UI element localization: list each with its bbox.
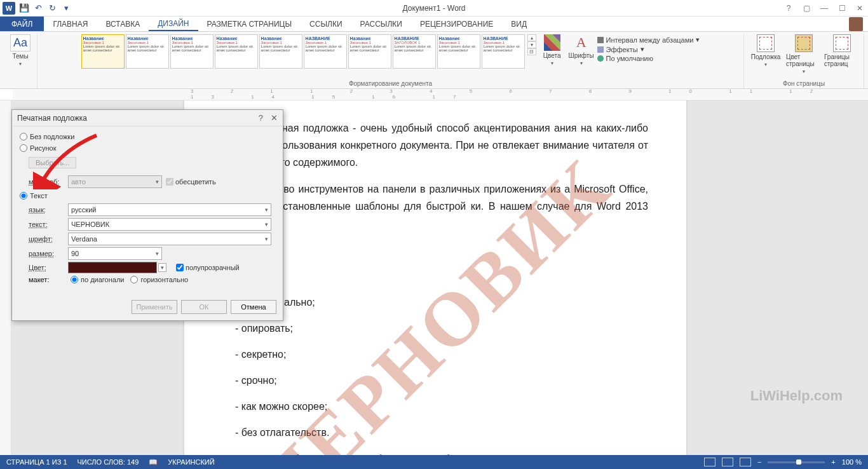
style-thumb[interactable]: НАЗВАНИЕЗаголовок 1Lorem ipsum dolor sit… (482, 34, 525, 69)
view-read-icon[interactable] (704, 458, 715, 466)
dialog-titlebar[interactable]: Печатная подложка ? ✕ (12, 110, 283, 126)
radio-no-watermark[interactable]: Без подложки (20, 133, 275, 140)
effects-button[interactable]: Эффекты ▾ (597, 45, 700, 53)
zoom-level[interactable]: 100 % (842, 458, 862, 466)
select-picture-button: Выбрать... (29, 157, 76, 168)
tab-review[interactable]: РЕЦЕНЗИРОВАНИЕ (411, 17, 502, 31)
minimize-icon[interactable]: — (818, 3, 830, 14)
radio-input[interactable] (20, 144, 27, 152)
close-icon[interactable]: ✕ (854, 3, 865, 14)
user-avatar[interactable] (849, 17, 863, 31)
colors-icon (544, 34, 560, 51)
style-thumb[interactable]: НазваниеЗаголовок 1Lorem ipsum dolor sit… (259, 34, 302, 69)
style-thumb[interactable]: НАЗВАНИЕЗаголовок 1Lorem ipsum dolor sit… (304, 34, 347, 69)
checkbox-input[interactable] (176, 264, 184, 271)
font-combo[interactable]: Verdana (68, 233, 271, 245)
redo-icon[interactable]: ↻ (47, 3, 57, 13)
dialog-help-icon[interactable]: ? (259, 113, 263, 123)
status-page[interactable]: СТРАНИЦА 1 ИЗ 1 (6, 458, 67, 466)
list-item[interactable]: - срочно; (235, 372, 648, 389)
zoom-in-icon[interactable]: + (831, 458, 835, 466)
font-label: шрифт: (29, 235, 64, 243)
list-item[interactable]: - азец; (235, 241, 648, 258)
themes-label: Темы (12, 53, 28, 60)
paragraph[interactable]: полупрозрачная подложка - очень удобный … (222, 119, 648, 172)
document-body[interactable]: полупрозрачная подложка - очень удобный … (222, 119, 648, 455)
style-thumb[interactable]: НазваниеЗаголовок 1Lorem ipsum dolor sit… (170, 34, 214, 69)
save-icon[interactable]: 💾 (19, 3, 29, 13)
style-thumb[interactable]: НАЗВАНИЕЗАГОЛОВОК 1Lorem ipsum dolor sit… (393, 34, 436, 69)
chevron-down-icon: ▾ (19, 61, 22, 67)
help-icon[interactable]: ? (783, 3, 794, 14)
style-thumb[interactable]: НазваниеЗаголовок 1Lorem ipsum dolor sit… (215, 34, 258, 69)
radio-picture[interactable]: Рисунок (20, 144, 275, 152)
style-thumb[interactable]: НазваниеЗаголовок 1Lorem ipsum dolor sit… (437, 34, 480, 69)
cancel-button[interactable]: Отмена (231, 300, 276, 314)
maximize-icon[interactable]: ☐ (836, 3, 848, 14)
list-item[interactable]: - фиденциально; (235, 294, 648, 311)
tab-page-layout[interactable]: РАЗМЕТКА СТРАНИЦЫ (198, 17, 301, 31)
view-print-icon[interactable] (722, 458, 733, 466)
ruler-horizontal[interactable]: 3 2 1 1 2 3 4 5 6 7 8 9 10 11 12 13 14 1… (0, 89, 868, 100)
scroll-down-icon[interactable]: ▾ (527, 41, 536, 48)
fonts-icon: A (576, 34, 587, 51)
view-web-icon[interactable] (740, 458, 751, 466)
page-borders-button[interactable]: Границы страниц (824, 34, 860, 67)
spellcheck-icon[interactable]: 📖 (149, 458, 158, 466)
zoom-out-icon[interactable]: − (757, 458, 761, 466)
tab-view[interactable]: ВИД (502, 17, 536, 31)
status-words[interactable]: ЧИСЛО СЛОВ: 149 (78, 458, 139, 466)
radio-text[interactable]: Текст (20, 192, 275, 200)
set-default-button[interactable]: По умолчанию (597, 55, 700, 62)
status-language[interactable]: УКРАИНСКИЙ (168, 458, 214, 466)
colors-button[interactable]: Цвета ▾ (539, 34, 566, 66)
dialog-body: Без подложки Рисунок Выбрать... масштаб:… (12, 126, 283, 296)
tab-insert[interactable]: ВСТАВКА (97, 17, 149, 31)
style-gallery[interactable]: НазваниеЗаголовок 1Lorem ipsum dolor sit… (81, 34, 525, 69)
ribbon-options-icon[interactable]: ▢ (801, 3, 812, 14)
watermark-button[interactable]: Подложка ▾ (748, 34, 783, 67)
list-item[interactable]: - как можно скорее; (235, 398, 648, 415)
style-thumb[interactable]: НазваниеЗаголовок 1Lorem ipsum dolor sit… (126, 34, 169, 69)
dialog-close-icon[interactable]: ✕ (271, 113, 278, 123)
scale-combo: авто (68, 175, 162, 188)
paragraph[interactable]: и большинство инструментов на панели в р… (222, 180, 648, 233)
lang-combo[interactable]: русский (68, 203, 271, 216)
list-item[interactable]: - секретно; (235, 346, 648, 363)
list-item[interactable]: - без отлагательств. (235, 424, 648, 441)
watermark-dialog: Печатная подложка ? ✕ Без подложки Рисун… (11, 109, 283, 321)
text-combo[interactable]: ЧЕРНОВИК (68, 218, 271, 231)
undo-icon[interactable]: ↶ (33, 3, 43, 13)
style-thumb[interactable]: НазваниеЗаголовок 1Lorem ipsum dolor sit… (348, 34, 391, 69)
themes-button[interactable]: Aa Темы ▾ (8, 34, 33, 67)
qat-dropdown-icon[interactable]: ▾ (61, 3, 71, 13)
semitransparent-checkbox[interactable]: полупрозрачный (176, 264, 240, 271)
ruler-vertical[interactable] (0, 100, 11, 455)
list-item[interactable]: - новик; (235, 267, 648, 284)
tab-design[interactable]: ДИЗАЙН (149, 17, 198, 31)
file-tab[interactable]: ФАЙЛ (0, 17, 44, 31)
user-area (849, 17, 868, 31)
radio-input[interactable] (71, 276, 78, 283)
style-thumb[interactable]: НазваниеЗаголовок 1Lorem ipsum dolor sit… (81, 34, 125, 69)
radio-input[interactable] (130, 276, 138, 283)
radio-input[interactable] (20, 133, 27, 140)
gallery-scroll[interactable]: ▴ ▾ ⊟ (527, 34, 536, 55)
fonts-label: Шрифты (569, 52, 594, 59)
scroll-up-icon[interactable]: ▴ (527, 34, 536, 41)
page-color-button[interactable]: Цвет страницы ▾ (786, 34, 822, 74)
zoom-slider[interactable] (768, 461, 825, 463)
list-item[interactable]: - опировать; (235, 320, 648, 337)
paragraph[interactable]: Помимо шаблонов, разработчики добавили в… (222, 451, 648, 455)
paragraph-spacing-button[interactable]: Интервал между абзацами ▾ (597, 36, 700, 44)
tab-mailings[interactable]: РАССЫЛКИ (351, 17, 411, 31)
radio-diagonal[interactable]: по диагонали (71, 276, 124, 283)
radio-input[interactable] (20, 192, 27, 200)
fonts-button[interactable]: A Шрифты ▾ (568, 34, 595, 66)
radio-horizontal[interactable]: горизонтально (130, 276, 188, 283)
color-picker[interactable] (68, 262, 157, 273)
gallery-more-icon[interactable]: ⊟ (527, 48, 536, 55)
size-combo[interactable]: 90 (68, 247, 162, 260)
tab-home[interactable]: ГЛАВНАЯ (44, 17, 97, 31)
tab-references[interactable]: ССЫЛКИ (301, 17, 351, 31)
